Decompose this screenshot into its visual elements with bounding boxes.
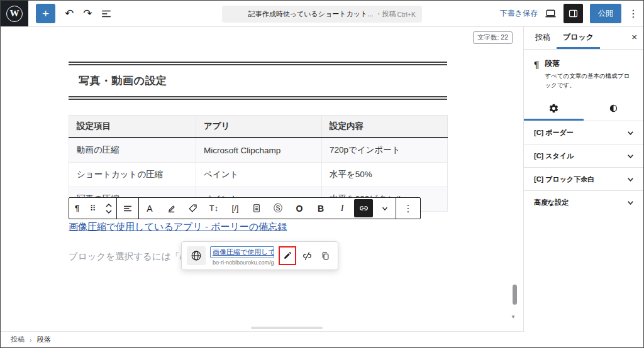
editor-canvas: 文字数: 22 写真・動画の設定 設定項目 アプリ 設定内容 動画の圧縮 Mic… — [1, 27, 525, 332]
block-options-button[interactable]: ⋮ — [396, 198, 420, 219]
move-up-down-button[interactable] — [101, 198, 116, 219]
sidebar-view-tabs — [524, 97, 643, 121]
chevron-down-icon — [626, 198, 635, 207]
unlink-button[interactable] — [299, 247, 314, 264]
empty-paragraph-placeholder[interactable]: ブロックを選択するには「/」 — [69, 251, 192, 263]
more-formats-button[interactable] — [374, 198, 396, 219]
tab-block-styles[interactable] — [584, 97, 643, 121]
link-popover: 画像圧縮で使用しているア... bo-ri-nobibouroku.com/ga… — [181, 241, 338, 270]
vertical-scrollbar-thumb[interactable] — [513, 285, 517, 305]
settings-sidebar: 投稿 ブロック × ¶ 段落 すべての文章の基本の構成ブロックです。 — [523, 27, 643, 348]
block-name: 段落 — [545, 58, 635, 69]
o-format-button[interactable]: O — [289, 198, 310, 219]
breadcrumb-bar: 投稿 › 段落 — [1, 331, 525, 347]
table-header-cell: 設定項目 — [69, 116, 196, 138]
table-row: 動画の圧縮 Microsoft Clipchamp 720pでインポート — [69, 138, 448, 163]
tab-post[interactable]: 投稿 — [529, 27, 557, 49]
panel-block-bottom-margin[interactable]: [C] ブロック下余白 — [524, 168, 643, 191]
gear-icon — [548, 103, 559, 114]
copy-link-button[interactable] — [318, 247, 333, 264]
highlighter-button[interactable] — [160, 198, 182, 219]
breadcrumb-post[interactable]: 投稿 — [11, 335, 25, 344]
document-lines-icon — [252, 203, 262, 214]
options-group: ⋮ — [396, 198, 420, 219]
link-button-active[interactable] — [354, 199, 373, 217]
tag-icon — [187, 203, 198, 214]
table-header-cell: アプリ — [196, 116, 322, 138]
save-draft-button[interactable]: 下書き保存 — [500, 8, 538, 19]
settings-sidebar-toggle-button[interactable] — [564, 4, 583, 23]
link-chain-icon — [358, 203, 369, 214]
drag-handle[interactable]: ⠿ — [85, 198, 101, 219]
chevron-down-icon — [626, 175, 635, 183]
align-text-button[interactable] — [117, 198, 138, 219]
panel-style[interactable]: [C] スタイル — [524, 144, 643, 168]
add-block-button[interactable]: + — [36, 4, 55, 23]
document-type-label: ・投稿 — [375, 9, 396, 19]
scroll-down-icon[interactable]: ▼ — [511, 314, 516, 320]
breadcrumb-separator: › — [30, 336, 32, 344]
heading-block[interactable]: 写真・動画の設定 — [69, 62, 447, 100]
text-size-button[interactable]: T↕ — [203, 198, 225, 219]
marker-pen-icon — [166, 203, 177, 214]
editor-top-bar: W + ↶ ↷ 記事作成時使っているショートカット... ・投稿 Ctrl+K … — [1, 1, 643, 27]
template-button[interactable] — [246, 198, 267, 219]
annotation-highlight-box — [279, 246, 296, 265]
block-info-card: ¶ 段落 すべての文章の基本の構成ブロックです。 — [524, 50, 643, 97]
preview-button[interactable] — [545, 8, 557, 19]
shortcode-button[interactable]: [/] — [225, 198, 246, 219]
content-link[interactable]: 画像圧縮で使用しているアプリ - ボーリーの備忘録 — [69, 221, 287, 232]
tab-block-settings[interactable] — [524, 97, 584, 121]
command-palette-button[interactable]: 記事作成時使っているショートカット... ・投稿 Ctrl+K — [222, 6, 422, 23]
align-left-icon — [122, 203, 133, 214]
table-header-cell: 設定内容 — [322, 116, 448, 138]
edit-link-button[interactable] — [280, 247, 295, 264]
block-type-group: ¶ ⠿ — [69, 198, 117, 219]
tag-label-button[interactable] — [182, 198, 203, 219]
table-cell[interactable]: 720pでインポート — [322, 138, 448, 163]
sidebar-panel-icon — [568, 8, 579, 19]
table-header-row: 設定項目 アプリ 設定内容 — [69, 116, 448, 138]
top-bar-actions: 下書き保存 公開 ⋮ — [500, 4, 638, 23]
link-popover-actions — [279, 246, 333, 265]
alignment-group — [117, 198, 139, 219]
table-cell[interactable]: 動画の圧縮 — [69, 138, 196, 163]
s-format-button[interactable]: Ⓢ — [267, 198, 289, 219]
panel-border[interactable]: [C] ボーダー — [524, 121, 643, 144]
block-description: すべての文章の基本の構成ブロックです。 — [545, 72, 635, 90]
link-title-field[interactable]: 画像圧縮で使用しているア... — [210, 246, 274, 258]
document-title: 記事作成時使っているショートカット... — [248, 9, 374, 19]
list-view-icon — [101, 8, 112, 19]
publish-button[interactable]: 公開 — [590, 4, 621, 23]
redo-button[interactable]: ↷ — [83, 7, 92, 20]
tab-block[interactable]: ブロック — [557, 27, 600, 49]
copy-icon — [320, 251, 330, 261]
contrast-half-circle-icon — [608, 103, 619, 114]
font-color-button[interactable]: A — [139, 198, 160, 219]
link-url-text: bo-ri-nobibouroku.com/gazou... — [210, 259, 274, 266]
close-sidebar-button[interactable]: × — [631, 31, 637, 42]
options-menu-button[interactable]: ⋮ — [628, 8, 638, 19]
table-cell[interactable]: ショートカットの圧縮 — [69, 163, 196, 187]
paragraph-block-with-link: 画像圧縮で使用しているアプリ - ボーリーの備忘録 — [69, 221, 287, 233]
pencil-icon — [282, 251, 292, 261]
horizontal-scrollbar-thumb[interactable] — [251, 327, 323, 329]
bold-button[interactable]: B — [310, 198, 331, 219]
table-cell[interactable]: Microsoft Clipchamp — [196, 138, 322, 163]
paragraph-block-button[interactable]: ¶ — [69, 198, 85, 219]
block-toolbar: ¶ ⠿ A — [69, 197, 421, 219]
panel-advanced-settings[interactable]: 高度な設定 — [524, 191, 643, 214]
undo-button[interactable]: ↶ — [65, 7, 74, 20]
wordpress-logo-button[interactable]: W — [1, 1, 28, 26]
chevron-down-icon — [626, 129, 635, 137]
italic-button[interactable]: I — [331, 198, 353, 219]
chevron-up-down-icon — [104, 202, 113, 215]
character-count-badge: 文字数: 22 — [473, 31, 513, 44]
list-view-button[interactable] — [101, 8, 112, 19]
globe-icon — [187, 246, 206, 265]
paragraph-block-icon: ¶ — [534, 59, 539, 90]
table-row: ショートカットの圧縮 ペイント 水平を50% — [69, 163, 448, 187]
table-cell[interactable]: 水平を50% — [322, 163, 448, 187]
table-cell[interactable]: ペイント — [196, 163, 322, 187]
chevron-down-icon — [626, 152, 635, 160]
